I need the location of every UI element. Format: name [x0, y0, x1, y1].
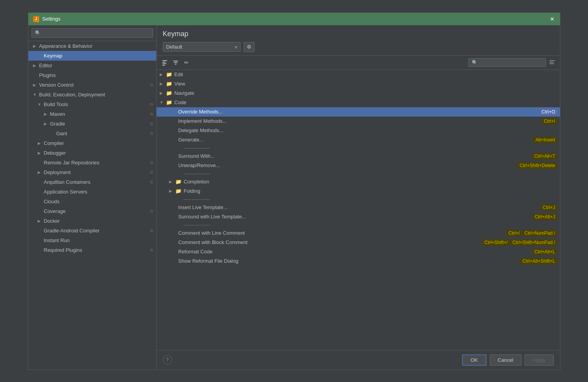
sidebar-item-label: Build Tools [44, 101, 68, 107]
copy-icon: ⧉ [150, 228, 153, 233]
tree-item-completion[interactable]: ▶ 📁 Completion [157, 177, 560, 187]
svg-rect-4 [173, 61, 178, 61]
separator-3: -------------- [157, 196, 560, 203]
sidebar-item-debugger[interactable]: ▶ Debugger [28, 148, 156, 158]
edit-button[interactable]: ✏ [181, 58, 192, 67]
toolbar-search [468, 58, 557, 67]
sidebar-item-docker[interactable]: ▶ Docker [28, 216, 156, 226]
tree-item-label: Generate... [178, 137, 532, 143]
tree-item-navigate[interactable]: ▶ 📁 Navigate [157, 89, 560, 98]
tree-content: ▶ 📁 Edit ▶ 📁 View ▶ 📁 Navigate [157, 70, 560, 350]
cancel-button[interactable]: Cancel [490, 354, 522, 366]
sidebar-item-version-control[interactable]: ▶ Version Control ⧉ [28, 80, 156, 90]
action-buttons: OK Cancel Apply [462, 354, 554, 366]
gear-button[interactable]: ⚙ [244, 42, 255, 52]
sidebar-item-arquillian[interactable]: Arquillian Containers ⧉ [28, 177, 156, 187]
sidebar-item-plugins[interactable]: Plugins [28, 70, 156, 80]
tree-item-edit[interactable]: ▶ 📁 Edit [157, 70, 560, 79]
tree-item-implement-methods[interactable]: Implement Methods... Ctrl+I [157, 117, 560, 126]
svg-rect-7 [550, 60, 555, 61]
folder-icon: 📁 [166, 90, 173, 96]
tree-item-unwrap-remove[interactable]: Unwrap/Remove... Ctrl+Shift+Delete [157, 161, 560, 170]
shortcut-badge: Ctrl+Alt+T [532, 153, 557, 159]
tree-item-label: Implement Methods... [178, 118, 541, 124]
arrow-icon: ▶ [33, 44, 38, 48]
toolbar: ✏ [157, 56, 560, 70]
sidebar-item-label: Arquillian Containers [44, 179, 91, 185]
copy-icon: ⧉ [150, 82, 153, 87]
shortcut-badge: Ctrl+Alt+L [533, 249, 557, 255]
sidebar-search-input[interactable] [31, 28, 153, 38]
tree-search-input[interactable] [468, 58, 546, 67]
shortcut-badge: Ctrl+Alt+Shift+L [521, 258, 557, 264]
tree-item-label: Edit [174, 72, 557, 77]
copy-icon: ⧉ [150, 180, 153, 185]
sidebar-item-clouds[interactable]: Clouds [28, 197, 156, 206]
separator-1: -------------- [157, 145, 560, 152]
sidebar-item-compiler[interactable]: ▶ Compiler [28, 138, 156, 148]
tree-item-surround-live-template[interactable]: Surround with Live Template... Ctrl+Alt+… [157, 212, 560, 222]
arrow-icon: ▼ [33, 92, 38, 97]
tree-item-show-reformat[interactable]: Show Reformat File Dialog Ctrl+Alt+Shift… [157, 256, 560, 266]
sidebar-item-label: Required Plugins [44, 247, 82, 253]
sidebar-item-required-plugins[interactable]: Required Plugins ⧉ [28, 245, 156, 255]
copy-icon: ⧉ [150, 170, 153, 175]
tree-item-label: Override Methods... [178, 109, 539, 115]
copy-icon: ⧉ [150, 131, 153, 136]
tree-item-folding[interactable]: ▶ 📁 Folding [157, 187, 560, 196]
tree-item-insert-live-template[interactable]: Insert Live Template... Ctrl+J [157, 203, 560, 212]
sidebar-item-deployment[interactable]: ▶ Deployment ⧉ [28, 167, 156, 177]
arrow-icon: ▼ [38, 102, 42, 106]
tree-item-surround-with[interactable]: Surround With... Ctrl+Alt+T [157, 152, 560, 161]
expand-all-button[interactable] [160, 58, 170, 67]
tree-item-generate[interactable]: Generate... Alt+Insert [157, 135, 560, 145]
tree-item-reformat-code[interactable]: Reformat Code Ctrl+Alt+L [157, 247, 560, 256]
sidebar-item-label: Instant Run [44, 237, 70, 243]
arrow-icon: ▶ [38, 151, 42, 155]
tree-item-delegate-methods[interactable]: Delegate Methods... [157, 126, 560, 135]
sidebar-item-appearance[interactable]: ▶ Appearance & Behavior [28, 41, 156, 51]
sidebar-item-build-tools[interactable]: ▼ Build Tools ⧉ [28, 99, 156, 109]
tree-item-label: Folding [184, 188, 557, 194]
tree-item-view[interactable]: ▶ 📁 View [157, 79, 560, 89]
separator-2: -------------- [157, 170, 560, 177]
tree-item-code[interactable]: ▼ 📁 Code [157, 98, 560, 107]
svg-rect-3 [162, 65, 165, 66]
folder-icon: 📁 [166, 99, 173, 105]
tree-arrow-icon: ▶ [160, 82, 166, 86]
tree-item-label: Show Reformat File Dialog [178, 258, 520, 264]
shortcut-badge-2: Ctrl+Shift+NumPad / [511, 239, 557, 246]
title-bar: J Settings ✕ [28, 13, 560, 25]
help-button[interactable]: ? [163, 355, 172, 365]
sidebar-item-app-servers[interactable]: Application Servers [28, 187, 156, 197]
tree-item-comment-block[interactable]: Comment with Block Comment Ctrl+Shift+/ … [157, 238, 560, 247]
tree-arrow-icon: ▶ [160, 72, 166, 77]
copy-icon: ⧉ [150, 160, 153, 165]
tree-item-label: Surround with Live Template... [178, 214, 532, 220]
sidebar-item-keymap[interactable]: Keymap [28, 51, 156, 61]
collapse-all-button[interactable] [171, 58, 181, 67]
tree-item-override-methods[interactable]: Override Methods... Ctrl+O [157, 107, 560, 117]
sidebar-item-label: Gant [56, 131, 67, 136]
close-button[interactable]: ✕ [549, 16, 555, 22]
sidebar-item-coverage[interactable]: Coverage ⧉ [28, 206, 156, 216]
keymap-select-wrapper: Default Eclipse Emacs NetBeans 6.5 Visua… [163, 42, 241, 52]
sidebar-item-label: Plugins [39, 72, 56, 78]
sidebar-item-editor[interactable]: ▶ Editor [28, 61, 156, 70]
copy-icon: ⧉ [150, 209, 153, 214]
sidebar-item-maven[interactable]: ▶ Maven ⧉ [28, 109, 156, 119]
bottom-bar: ? OK Cancel Apply [157, 350, 560, 370]
sidebar-item-instant-run[interactable]: Instant Run [28, 235, 156, 245]
sidebar-item-build-exec[interactable]: ▼ Build, Execution, Deployment [28, 90, 156, 99]
tree-item-comment-line[interactable]: Comment with Line Comment Ctrl+/ Ctrl+Nu… [157, 229, 560, 238]
keymap-select[interactable]: Default Eclipse Emacs NetBeans 6.5 Visua… [163, 42, 241, 52]
ok-button[interactable]: OK [462, 354, 487, 366]
svg-rect-5 [174, 62, 177, 63]
tree-arrow-icon: ▶ [169, 180, 175, 184]
sidebar-item-remote-jar[interactable]: Remote Jar Repositories ⧉ [28, 158, 156, 167]
find-shortcut-button[interactable] [548, 58, 557, 67]
sidebar-item-gant[interactable]: Gant ⧉ [28, 129, 156, 138]
sidebar-item-gradle-android[interactable]: Gradle-Android Compiler ⧉ [28, 226, 156, 235]
sidebar-item-gradle[interactable]: ▶ Gradle ⧉ [28, 119, 156, 129]
apply-button[interactable]: Apply [525, 354, 554, 366]
